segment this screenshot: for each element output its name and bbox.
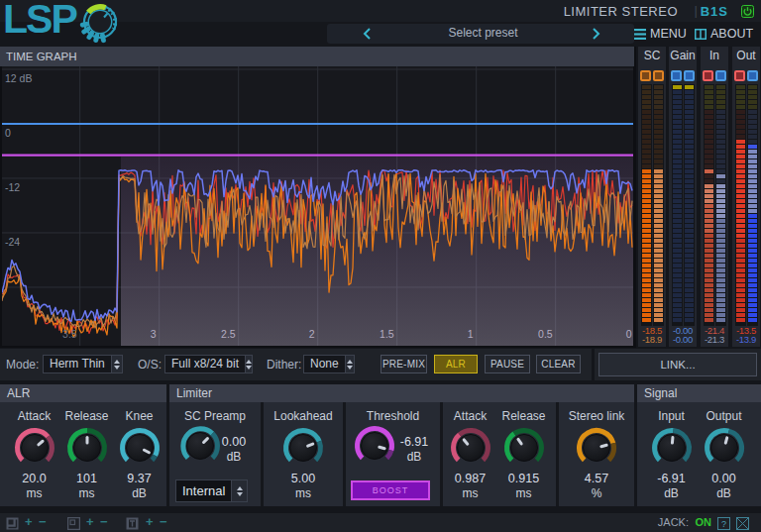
- sc-right-enable-button[interactable]: [653, 70, 664, 81]
- input-knob[interactable]: [650, 426, 694, 470]
- sc-meter-buttons: [638, 70, 666, 81]
- limiter-release-value: 0.915: [496, 472, 551, 485]
- lookahead-cell: Lookahead 5.00 ms: [264, 402, 343, 506]
- gain-meter-bars[interactable]: [669, 84, 697, 326]
- help-icon[interactable]: ?: [717, 516, 730, 529]
- graph2-scale-plus-button[interactable]: +: [86, 515, 94, 529]
- limiter-release-cell: Release 0.915 ms: [496, 402, 551, 506]
- output-knob[interactable]: [703, 426, 746, 470]
- preset-prev-button[interactable]: [361, 26, 373, 42]
- threshold-knob[interactable]: [353, 424, 396, 468]
- clear-button[interactable]: CLEAR: [536, 355, 581, 373]
- limiter-release-knob[interactable]: [502, 426, 546, 470]
- lookahead-knob[interactable]: [281, 426, 325, 470]
- alr-attack-value: 20.0: [7, 472, 61, 485]
- sc-preamp-label: SC Preamp: [169, 409, 261, 423]
- out-right-enable-button[interactable]: [747, 70, 758, 81]
- sc-meter-bars[interactable]: [638, 84, 666, 326]
- alr-release-cell: Release 101 ms: [59, 402, 114, 506]
- window-x-icon[interactable]: [736, 516, 749, 529]
- link-panel: LINK...: [595, 349, 761, 380]
- sc-left-enable-button[interactable]: [640, 70, 651, 81]
- plugin-window: LSP: [0, 0, 761, 532]
- font-scale-icon[interactable]: [126, 516, 139, 529]
- out-left-enable-button[interactable]: [734, 70, 745, 81]
- sc-preamp-value: 0.00: [213, 435, 255, 449]
- alr-knee-unit: dB: [112, 486, 166, 500]
- menu-icon: [634, 29, 646, 40]
- graph-scale-icon[interactable]: [6, 516, 19, 529]
- lookahead-value: 5.00: [264, 472, 343, 485]
- alr-attack-knob[interactable]: [13, 426, 56, 470]
- graph2-scale-minus-button[interactable]: −: [100, 515, 108, 529]
- power-icon[interactable]: [741, 4, 754, 17]
- toolbar: Mode: Herm Thin O/S: Full x8/24 bit Dith…: [0, 349, 592, 380]
- threshold-unit: dB: [393, 450, 435, 464]
- limiter-release-unit: ms: [496, 486, 551, 500]
- dither-spinner-icon: [345, 356, 354, 372]
- out-meter-bars[interactable]: [732, 84, 760, 326]
- alr-release-knob[interactable]: [65, 426, 109, 470]
- font-scale-minus-button[interactable]: −: [160, 515, 167, 529]
- font-scale-plus-button[interactable]: +: [146, 515, 154, 529]
- output-value: 0.00: [697, 472, 751, 485]
- alr-group-title: ALR: [0, 384, 166, 402]
- in-meter-buttons: [701, 70, 728, 81]
- premix-button[interactable]: PRE-MIX: [380, 355, 427, 373]
- mode-spinner-icon: [111, 356, 122, 372]
- mode-select[interactable]: Herm Thin: [43, 355, 123, 373]
- in-left-enable-button[interactable]: [703, 70, 713, 81]
- in-meter: In-21.4-21.3: [701, 47, 728, 347]
- time-graph-plot[interactable]: 12 dB0-12-243.532.521.510.50: [2, 66, 633, 346]
- svg-text:?: ?: [721, 519, 726, 529]
- lsp-logo-text: LSP: [3, 0, 76, 43]
- input-value: -6.91: [644, 472, 699, 485]
- sc-preamp-unit: dB: [213, 450, 255, 464]
- svg-text:3: 3: [151, 328, 157, 340]
- svg-text:1.5: 1.5: [380, 328, 394, 340]
- boost-button[interactable]: BOOST: [351, 480, 430, 500]
- about-button[interactable]: ABOUT: [695, 25, 753, 43]
- dither-label: Dither:: [267, 358, 301, 372]
- out-meter-value-right: -13.9: [732, 334, 760, 345]
- dither-select[interactable]: None: [303, 355, 355, 373]
- title-separator: |: [695, 3, 698, 18]
- threshold-value: -6.91: [393, 435, 435, 449]
- jack-status: ON: [696, 516, 712, 528]
- alr-knee-knob[interactable]: [118, 426, 162, 470]
- pause-button[interactable]: PAUSE: [485, 355, 530, 373]
- input-label: Input: [644, 409, 699, 423]
- limiter-attack-cell: Attack 0.987 ms: [443, 402, 497, 506]
- os-select[interactable]: Full x8/24 bit: [164, 355, 253, 373]
- lsp-logo-knob-icon: [75, 1, 121, 51]
- preset-name[interactable]: Select preset: [426, 26, 540, 40]
- preset-next-button[interactable]: [591, 26, 602, 42]
- graph2-scale-icon[interactable]: [67, 516, 80, 529]
- sc-meter-value-right: -18.9: [638, 334, 666, 345]
- menu-button[interactable]: MENU: [634, 25, 687, 43]
- out-meter-buttons: [732, 70, 760, 81]
- lookahead-unit: ms: [264, 486, 343, 500]
- gain-left-enable-button[interactable]: [671, 70, 682, 81]
- gain-right-enable-button[interactable]: [684, 70, 695, 81]
- link-button[interactable]: LINK...: [598, 353, 757, 376]
- sc-source-select[interactable]: Internal: [175, 479, 248, 502]
- in-right-enable-button[interactable]: [715, 70, 726, 81]
- alr-button[interactable]: ALR: [434, 355, 478, 373]
- graph-scale-plus-button[interactable]: +: [25, 515, 33, 529]
- alr-knee-value: 9.37: [112, 472, 166, 485]
- input-cell: Input -6.91 dB: [644, 402, 699, 506]
- lookahead-label: Lookahead: [264, 409, 343, 423]
- about-icon: [695, 29, 707, 40]
- alr-attack-cell: Attack 20.0 ms: [7, 402, 61, 506]
- limiter-attack-label: Attack: [443, 409, 497, 423]
- svg-text:0.5: 0.5: [538, 328, 553, 340]
- alr-release-unit: ms: [59, 486, 114, 500]
- top-bar: LSP: [0, 0, 761, 46]
- in-meter-bars[interactable]: [701, 84, 728, 326]
- stereo-link-knob[interactable]: [575, 426, 618, 470]
- graph-scale-minus-button[interactable]: −: [39, 515, 47, 529]
- svg-text:0: 0: [5, 127, 11, 139]
- threshold-label: Threshold: [346, 409, 440, 423]
- limiter-attack-knob[interactable]: [449, 426, 492, 470]
